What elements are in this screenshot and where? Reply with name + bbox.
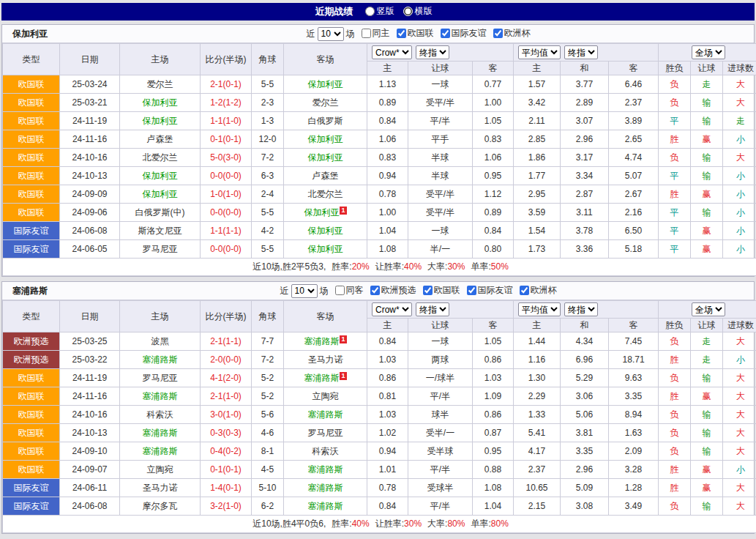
odds-stage-select-1[interactable]: 终指 (416, 45, 449, 59)
scope-select[interactable]: 全场 (692, 302, 725, 316)
view-option-1[interactable]: 横版 (403, 5, 433, 18)
home-team-cell[interactable]: 塞浦路斯 (120, 442, 201, 461)
score-cell[interactable]: 2-0(0-0) (201, 351, 252, 369)
home-team-cell[interactable]: 白俄罗斯(中) (120, 204, 201, 222)
score-cell[interactable]: 1-0(1-0) (201, 185, 252, 204)
home-team-cell[interactable]: 北爱尔兰 (120, 149, 201, 167)
score-cell[interactable]: 0-1(0-1) (201, 461, 252, 479)
away-team-cell[interactable]: 塞浦路斯 (284, 479, 367, 497)
away-team-cell[interactable]: 保加利亚 (284, 222, 367, 240)
away-team-cell[interactable]: 保加利亚 (284, 240, 367, 259)
score-cell[interactable]: 2-1(1-0) (201, 387, 252, 406)
scope-select[interactable]: 全场 (692, 45, 725, 59)
handicap-result-cell: 赢 (691, 222, 723, 240)
away-team-cell[interactable]: 保加利亚 (284, 75, 367, 94)
away-team-cell[interactable]: 罗马尼亚 (284, 424, 367, 442)
score-cell[interactable]: 5-0(3-0) (201, 149, 252, 167)
outcome-result-cell: 胜 (659, 479, 691, 497)
home-team-cell[interactable]: 波黑 (120, 332, 201, 351)
away-team-cell[interactable]: 塞浦路斯1 (284, 369, 367, 387)
away-team-cell[interactable]: 北爱尔兰 (284, 185, 367, 204)
filter-checkbox[interactable]: 国际友谊 (441, 27, 487, 40)
away-team-cell[interactable]: 保加利亚 (284, 149, 367, 167)
league-type-cell: 国际友谊 (3, 497, 60, 516)
col-euro-draw: 和 (561, 62, 609, 75)
home-win-odds-cell: 3.59 (514, 204, 561, 222)
away-team-cell[interactable]: 保加利亚 (284, 130, 367, 149)
match-count-select[interactable]: 10 (291, 284, 318, 298)
away-team-cell[interactable]: 白俄罗斯 (284, 112, 367, 130)
league-type-cell: 欧国联 (3, 424, 60, 442)
score-cell[interactable]: 1-4(0-1) (201, 479, 252, 497)
filter-checkbox[interactable]: 国际友谊 (467, 284, 513, 297)
score-cell[interactable]: 0-0(0-0) (201, 240, 252, 259)
view-radio-0[interactable] (365, 7, 375, 16)
home-team-cell[interactable]: 塞浦路斯 (120, 387, 201, 406)
home-team-cell[interactable]: 塞浦路斯 (120, 351, 201, 369)
odds-stage-select-1[interactable]: 终指 (416, 302, 449, 316)
away-team-cell[interactable]: 卢森堡 (284, 167, 367, 185)
odds-stage-select-2[interactable]: 终指 (564, 302, 598, 316)
handicap-away-odds-cell: 1.09 (473, 387, 514, 406)
away-team-cell[interactable]: 塞浦路斯 (284, 461, 367, 479)
away-team-cell[interactable]: 爱尔兰 (284, 94, 367, 112)
score-cell[interactable]: 3-2(1-0) (201, 497, 252, 516)
away-win-odds-cell: 2.65 (609, 130, 659, 149)
score-cell[interactable]: 2-1(0-1) (201, 75, 252, 94)
home-team-cell[interactable]: 爱尔兰 (120, 75, 201, 94)
home-team-cell[interactable]: 科索沃 (120, 406, 201, 424)
filter-checkbox[interactable]: 同主 (362, 27, 390, 40)
filter-checkbox[interactable]: 欧洲预选 (370, 284, 416, 297)
filter-checkbox[interactable]: 欧洲杯 (493, 27, 531, 40)
score-cell[interactable]: 1-2(1-2) (201, 94, 252, 112)
score-cell[interactable]: 0-4(0-2) (201, 442, 252, 461)
score-cell[interactable]: 1-1(1-0) (201, 112, 252, 130)
score-cell[interactable]: 1-1(1-1) (201, 222, 252, 240)
away-team-cell[interactable]: 塞浦路斯 (284, 497, 367, 516)
league-type-cell: 国际友谊 (3, 240, 60, 259)
league-type-cell: 欧国联 (3, 406, 60, 424)
score-cell[interactable]: 2-1(1-1) (201, 332, 252, 351)
home-team-cell[interactable]: 保加利亚 (120, 94, 201, 112)
view-option-0[interactable]: 竖版 (365, 5, 394, 18)
home-team-cell[interactable]: 保加利亚 (120, 112, 201, 130)
score-cell[interactable]: 3-0(1-0) (201, 406, 252, 424)
away-team-cell[interactable]: 圣马力诺 (284, 351, 367, 369)
summary-row: 近10场,胜4平0负6,胜率:40%让胜率:30%大率:80%单率:80% (3, 516, 756, 533)
handicap-away-odds-cell: 0.95 (473, 442, 514, 461)
score-cell[interactable]: 0-3(0-3) (201, 424, 252, 442)
filter-checkbox[interactable]: 欧洲杯 (520, 284, 557, 297)
team-section: 塞浦路斯 近 10 场 同客欧洲预选欧国联国际友谊欧洲杯 类型 日期 主场 比分… (1, 281, 755, 534)
filter-checkbox[interactable]: 同客 (335, 284, 364, 297)
home-team-cell[interactable]: 立陶宛 (120, 461, 201, 479)
away-team-cell[interactable]: 科索沃 (284, 442, 367, 461)
score-cell[interactable]: 0-1(0-1) (201, 130, 252, 149)
away-team-cell[interactable]: 塞浦路斯 (284, 406, 367, 424)
home-team-cell[interactable]: 罗马尼亚 (120, 240, 201, 259)
match-count-select[interactable]: 10 (318, 27, 344, 41)
away-team-cell[interactable]: 保加利亚1 (284, 204, 367, 222)
odds-average-select[interactable]: 平均值 (518, 302, 561, 316)
odds-stage-select-2[interactable]: 终指 (564, 45, 598, 59)
filter-checkbox[interactable]: 欧国联 (423, 284, 460, 297)
handicap-home-odds-cell: 0.84 (367, 497, 408, 516)
away-team-cell[interactable]: 立陶宛 (284, 387, 367, 406)
odds-average-select[interactable]: 平均值 (518, 45, 561, 59)
home-team-cell[interactable]: 摩尔多瓦 (120, 497, 201, 516)
score-cell[interactable]: 0-0(0-0) (201, 167, 252, 185)
home-team-cell[interactable]: 斯洛文尼亚 (120, 222, 201, 240)
home-team-cell[interactable]: 罗马尼亚 (120, 369, 201, 387)
home-team-cell[interactable]: 塞浦路斯 (120, 424, 201, 442)
home-team-cell[interactable]: 保加利亚 (120, 167, 201, 185)
odds-source-select[interactable]: Crow* (372, 302, 412, 316)
filter-checkbox[interactable]: 欧国联 (397, 27, 434, 40)
home-team-cell[interactable]: 保加利亚 (120, 185, 201, 204)
summary-record: 近10场,胜2平5负3, (252, 261, 326, 272)
score-cell[interactable]: 0-0(0-0) (201, 204, 252, 222)
odds-source-select[interactable]: Crow* (372, 45, 412, 59)
score-cell[interactable]: 4-1(2-0) (201, 369, 252, 387)
away-team-cell[interactable]: 塞浦路斯1 (284, 332, 367, 351)
view-radio-1[interactable] (403, 7, 413, 16)
home-team-cell[interactable]: 卢森堡 (120, 130, 201, 149)
home-team-cell[interactable]: 圣马力诺 (120, 479, 201, 497)
